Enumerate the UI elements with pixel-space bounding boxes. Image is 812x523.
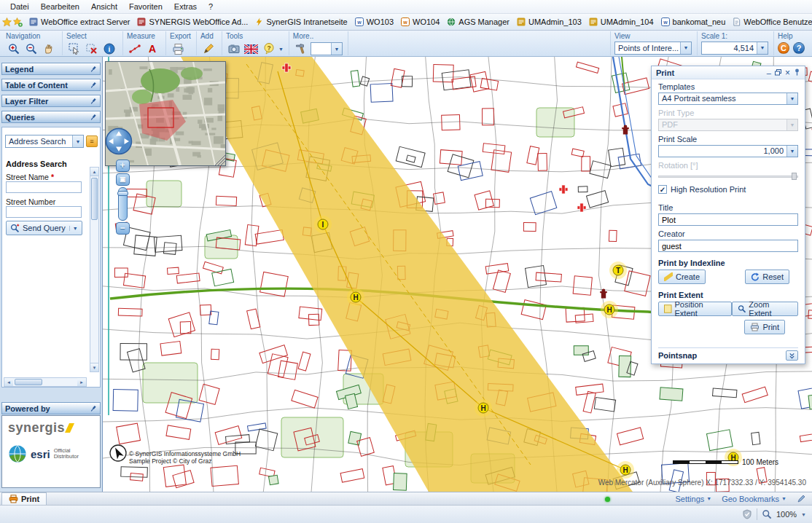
chevron-down-icon[interactable]: ▼ xyxy=(69,226,78,231)
settings-menu[interactable]: Settings▼ xyxy=(676,495,712,503)
reset-button[interactable]: Reset xyxy=(745,270,789,284)
toolbar-group-help: Help C ? xyxy=(774,31,810,55)
language-flag-icon[interactable] xyxy=(243,41,259,57)
pin-icon[interactable] xyxy=(90,82,97,89)
zoom-magnifier-icon[interactable] xyxy=(762,509,772,519)
toolbar-group-add: Add xyxy=(197,31,222,55)
create-button[interactable]: Create xyxy=(658,270,706,284)
street-number-input[interactable] xyxy=(6,206,82,218)
print-panel-titlebar[interactable]: Print – × xyxy=(652,66,805,79)
templates-dropdown[interactable]: A4 Portrait seamless▼ xyxy=(658,93,798,105)
pan-compass[interactable] xyxy=(104,127,133,156)
scroll-down-arrow[interactable]: ▼ xyxy=(90,363,98,371)
pin-icon[interactable] xyxy=(90,114,97,121)
reset-icon xyxy=(751,272,760,281)
scroll-right-arrow[interactable]: ► xyxy=(77,378,86,386)
zoom-level[interactable]: 100% xyxy=(776,510,797,519)
map-copyright: © SynerGIS Informationssysteme GmbH Samp… xyxy=(129,450,241,465)
sidebar-panel-layer-filter[interactable]: Layer Filter xyxy=(1,95,101,107)
scalebar-segments xyxy=(673,460,738,464)
geo-bookmarks-menu[interactable]: Geo Bookmarks▼ xyxy=(722,495,786,503)
sidebar-panel-legend[interactable]: Legend xyxy=(1,63,101,75)
scroll-up-arrow[interactable]: ▲ xyxy=(90,168,98,176)
pin-icon[interactable] xyxy=(90,405,97,412)
snapshot-button[interactable] xyxy=(226,41,242,57)
menu-item[interactable]: Favoriten xyxy=(123,1,168,12)
contact-button[interactable]: C xyxy=(778,42,789,54)
favorites-item[interactable]: wWO104 xyxy=(397,16,443,28)
close-icon[interactable]: × xyxy=(785,69,790,76)
position-extent-button[interactable]: Position Extent xyxy=(658,302,732,316)
edit-pencil-icon[interactable] xyxy=(797,494,806,503)
minimize-icon[interactable]: – xyxy=(767,69,771,76)
zoom-caret-icon[interactable]: ▼ xyxy=(801,512,806,517)
zoom-in-nav-button[interactable]: + xyxy=(116,160,130,172)
zoom-in-button[interactable] xyxy=(6,41,22,57)
tools-dropdown-caret[interactable]: ▼ xyxy=(278,47,284,52)
query-selector-value: Address Search xyxy=(6,135,72,147)
restore-icon[interactable] xyxy=(775,69,781,76)
menu-item[interactable]: Extras xyxy=(168,1,203,12)
select-rectangle-button[interactable] xyxy=(66,41,82,57)
identify-button[interactable]: i xyxy=(101,41,117,57)
menu-item[interactable]: Ansicht xyxy=(85,1,123,12)
sidebar-panel-table-of-content[interactable]: Table of Content xyxy=(1,79,101,91)
query-tools-button[interactable]: ≡ xyxy=(86,135,98,147)
help-balloon-button[interactable]: ? xyxy=(261,41,277,57)
tools-hammer-icon[interactable] xyxy=(293,41,309,57)
zoom-out-nav-button[interactable]: − xyxy=(116,222,130,235)
query-selector-dropdown[interactable]: Address Search▼ xyxy=(5,135,84,148)
pin-icon[interactable] xyxy=(90,98,97,105)
redlining-pencil-button[interactable] xyxy=(200,41,216,57)
pan-button[interactable] xyxy=(41,41,57,57)
print-button[interactable] xyxy=(170,41,186,57)
favorites-star-icon[interactable] xyxy=(2,17,12,27)
measure-text-button[interactable]: A xyxy=(144,41,160,57)
help-button[interactable]: ? xyxy=(793,42,805,54)
horizontal-scrollbar[interactable]: ◄ ► xyxy=(4,377,87,387)
zoom-slider-thumb[interactable] xyxy=(117,191,128,196)
powered-by-header[interactable]: Powered by xyxy=(1,402,101,414)
add-favorite-icon[interactable] xyxy=(13,17,23,27)
creator-input[interactable] xyxy=(658,240,798,252)
svg-text:H: H xyxy=(622,466,628,474)
clear-selection-button[interactable] xyxy=(84,41,100,57)
favorites-item[interactable]: AGS Manager xyxy=(443,16,513,28)
expand-section-button[interactable] xyxy=(786,350,798,361)
favorites-item[interactable]: wWO103 xyxy=(351,16,397,28)
favorites-item[interactable]: wbankomat_neu xyxy=(657,16,730,28)
favorites-item[interactable]: WebOffice Benutzerhand... xyxy=(729,16,812,28)
high-resolution-checkbox[interactable]: ✓ xyxy=(658,185,667,194)
more-tools-dropdown[interactable]: ▼ xyxy=(311,42,343,55)
print-scale-dropdown[interactable]: 1,000▼ xyxy=(658,145,798,157)
scrollbar-thumb[interactable] xyxy=(91,178,98,220)
scale-dropdown[interactable]: 4,514▼ xyxy=(701,42,768,55)
view-dropdown[interactable]: Points of Intere...▼ xyxy=(614,42,692,55)
favorites-item[interactable]: UMAdmin_103 xyxy=(513,16,585,28)
scrollbar-thumb[interactable] xyxy=(15,379,42,385)
print-submit-button[interactable]: Print xyxy=(744,320,785,334)
zoom-out-button[interactable] xyxy=(23,41,39,57)
street-name-input[interactable] xyxy=(6,181,82,193)
menu-item[interactable]: ? xyxy=(203,1,219,12)
favorites-item[interactable]: UMAdmin_104 xyxy=(585,16,657,28)
sidebar-panel-queries[interactable]: Queries xyxy=(1,111,101,123)
pin-icon[interactable] xyxy=(90,66,97,73)
scroll-left-arrow[interactable]: ◄ xyxy=(4,378,13,386)
send-query-button[interactable]: Send Query ▼ xyxy=(6,221,82,235)
chevron-down-icon: ▼ xyxy=(72,135,83,147)
pin-icon[interactable] xyxy=(794,68,800,76)
favorites-item[interactable]: SynerGIS Intranetseite xyxy=(251,16,351,28)
menu-item[interactable]: Datei xyxy=(4,1,35,12)
zoom-box-nav-button[interactable]: ▣ xyxy=(116,173,130,186)
zoom-extent-button[interactable]: Zoom Extent xyxy=(732,302,798,316)
title-input[interactable] xyxy=(658,213,798,226)
favorites-item[interactable]: WebOffice extract Server xyxy=(26,16,133,28)
zoom-slider[interactable] xyxy=(118,187,128,221)
vertical-scrollbar[interactable]: ▲ ▼ xyxy=(90,167,99,372)
favorites-item[interactable]: SYNERGIS WebOffice Ad... xyxy=(133,16,251,28)
menu-item[interactable]: Bearbeiten xyxy=(35,1,85,12)
print-tab[interactable]: Print xyxy=(1,492,47,505)
measure-distance-button[interactable] xyxy=(127,41,143,57)
printer-icon xyxy=(9,495,18,503)
